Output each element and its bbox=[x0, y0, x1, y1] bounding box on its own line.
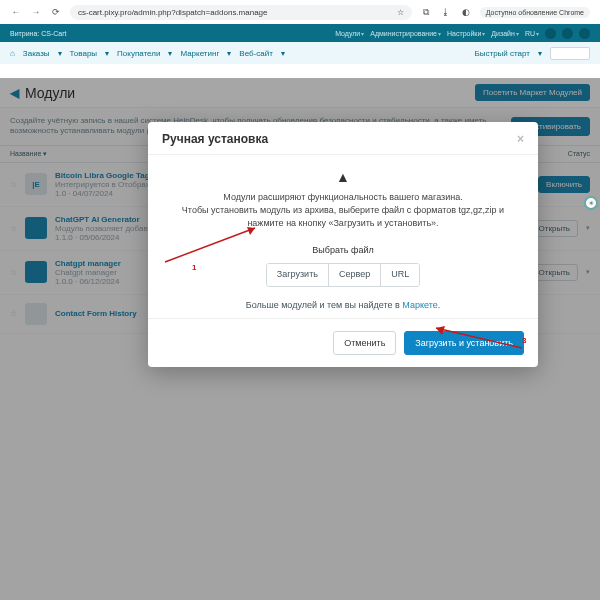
chrome-update-badge[interactable]: Доступно обновление Chrome bbox=[480, 7, 590, 18]
close-icon[interactable]: × bbox=[517, 132, 524, 146]
store-selector[interactable]: Витрина: CS-Cart bbox=[10, 30, 67, 37]
page-frame: ◀ Модули Посетить Маркет Модулей Создайт… bbox=[0, 78, 600, 600]
tab-upload[interactable]: Загрузить bbox=[267, 264, 329, 285]
nav-reload-icon[interactable]: ⟳ bbox=[50, 6, 62, 18]
user-icon[interactable] bbox=[579, 28, 590, 39]
debug-icon[interactable]: ✴ bbox=[584, 196, 598, 210]
quickstart[interactable]: Быстрый старт bbox=[474, 49, 530, 58]
admin-navbar: ⌂ Заказы▾ Товары▾ Покупатели▾ Маркетинг▾… bbox=[0, 42, 600, 64]
choose-file-label: Выбрать файл bbox=[172, 244, 514, 257]
manual-install-modal: Ручная установка × ▲ Модули расширяют фу… bbox=[148, 122, 538, 367]
menu-admin[interactable]: Администрирование▾ bbox=[370, 30, 441, 37]
modal-desc1: Модули расширяют функциональность вашего… bbox=[172, 191, 514, 204]
tab-website[interactable]: Веб-сайт bbox=[235, 49, 277, 58]
tab-orders[interactable]: Заказы bbox=[19, 49, 54, 58]
notif-icon[interactable] bbox=[562, 28, 573, 39]
cancel-button[interactable]: Отменить bbox=[333, 331, 396, 355]
help-icon[interactable] bbox=[545, 28, 556, 39]
menu-lang[interactable]: RU▾ bbox=[525, 30, 539, 37]
tab-server[interactable]: Сервер bbox=[329, 264, 381, 285]
menu-settings[interactable]: Настройки▾ bbox=[447, 30, 485, 37]
more-modules-text: Больше модулей и тем вы найдете в Маркет… bbox=[172, 299, 514, 312]
market-link[interactable]: Маркете bbox=[402, 300, 437, 310]
browser-toolbar: ← → ⟳ cs-cart.pixy.pro/admin.php?dispatc… bbox=[0, 0, 600, 24]
nav-fwd-icon[interactable]: → bbox=[30, 6, 42, 18]
modal-title: Ручная установка bbox=[162, 132, 268, 146]
source-segmented: Загрузить Сервер URL bbox=[266, 263, 420, 286]
topbar-search[interactable] bbox=[550, 47, 590, 60]
nav-back-icon[interactable]: ← bbox=[10, 6, 22, 18]
menu-modules[interactable]: Модули▾ bbox=[335, 30, 364, 37]
annotation-label-1: 1 bbox=[192, 263, 196, 272]
url-text: cs-cart.pixy.pro/admin.php?dispatch=addo… bbox=[78, 8, 268, 17]
star-icon[interactable]: ☆ bbox=[397, 8, 404, 17]
annotation-label-3: 3 bbox=[522, 336, 526, 345]
tab-url[interactable]: URL bbox=[381, 264, 419, 285]
upload-glyph-icon: ▲ bbox=[172, 167, 514, 187]
tab-products[interactable]: Товары bbox=[66, 49, 102, 58]
ext1-icon[interactable]: ⧉ bbox=[420, 6, 432, 18]
profile-icon[interactable]: ◐ bbox=[460, 6, 472, 18]
menu-design[interactable]: Дизайн▾ bbox=[491, 30, 519, 37]
modal-desc2: Чтобы установить модуль из архива, выбер… bbox=[172, 204, 514, 230]
download-icon[interactable]: ⭳ bbox=[440, 6, 452, 18]
admin-topbar: Витрина: CS-Cart Модули▾ Администрирован… bbox=[0, 24, 600, 42]
tab-customers[interactable]: Покупатели bbox=[113, 49, 164, 58]
address-bar[interactable]: cs-cart.pixy.pro/admin.php?dispatch=addo… bbox=[70, 5, 412, 20]
upload-install-button[interactable]: Загрузить и установить bbox=[404, 331, 524, 355]
home-icon[interactable]: ⌂ bbox=[10, 49, 15, 58]
tab-marketing[interactable]: Маркетинг bbox=[176, 49, 223, 58]
